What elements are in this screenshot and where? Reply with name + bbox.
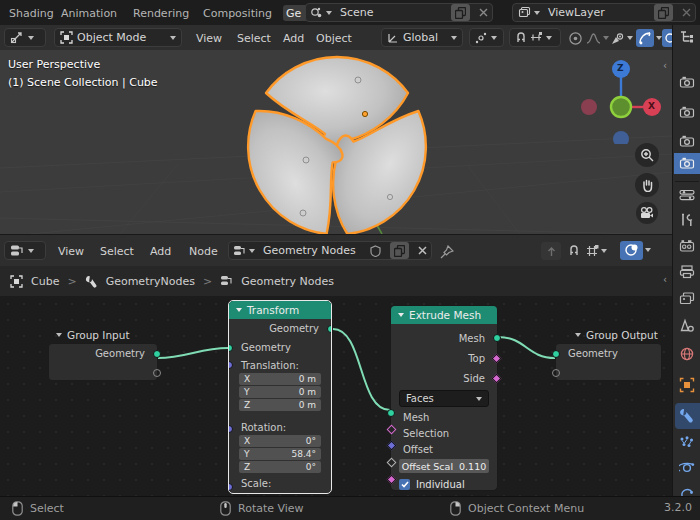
node-header[interactable]: Transform: [229, 301, 331, 319]
copy-icon: [394, 245, 405, 257]
orientation-dropdown[interactable]: Global: [381, 28, 463, 47]
axis-x-label: X: [648, 101, 655, 111]
node-overlays-toggle[interactable]: [618, 241, 653, 259]
menu-add[interactable]: Add: [279, 29, 308, 47]
tab-viewlayer-icon[interactable]: [679, 291, 695, 307]
overlays-icon: [624, 243, 639, 257]
editor-type-button[interactable]: [4, 28, 46, 47]
rotation-x-field[interactable]: X0°: [239, 435, 321, 447]
sidebar-collapse-arrow[interactable]: ‹: [663, 60, 667, 71]
tab-object-icon[interactable]: [679, 377, 695, 393]
socket-virtual[interactable]: [552, 369, 560, 377]
new-viewlayer-button[interactable]: [654, 4, 673, 21]
menu-add[interactable]: Add: [146, 242, 175, 260]
socket-geometry-in[interactable]: [552, 350, 560, 358]
menu-object[interactable]: Object: [312, 29, 356, 47]
node-snap-target-dropdown[interactable]: [584, 242, 609, 260]
render-visibility-camera-icon[interactable]: [679, 133, 695, 149]
chevron-down-icon[interactable]: [546, 36, 552, 40]
new-tree-button[interactable]: [390, 242, 409, 259]
render-visibility-camera-icon[interactable]: [679, 155, 695, 171]
tab-physics-icon[interactable]: [679, 460, 695, 476]
menu-select[interactable]: Select: [96, 242, 138, 260]
pivot-icon: [475, 32, 487, 44]
socket-geometry-out[interactable]: [153, 350, 161, 358]
chevron-down-icon: [476, 397, 482, 401]
scene-selector[interactable]: Scene: [305, 3, 493, 22]
tab-scene-icon[interactable]: [679, 318, 695, 334]
pin-button[interactable]: [440, 245, 454, 259]
socket-geometry-out[interactable]: [327, 325, 332, 333]
show-gizmo-toggle[interactable]: [634, 29, 664, 47]
snap-target-icon[interactable]: [530, 32, 543, 43]
workspace-tab-rendering[interactable]: Rendering: [130, 5, 192, 21]
mode-dropdown[interactable]: Object Mode: [54, 28, 182, 47]
panel-divider: [675, 181, 699, 182]
menu-view[interactable]: View: [192, 29, 226, 47]
tab-particles-icon[interactable]: [679, 435, 695, 451]
remove-viewlayer-button[interactable]: [678, 4, 695, 21]
workspace-tab-animation[interactable]: Animation: [58, 5, 120, 21]
extrude-mode-dropdown[interactable]: Faces: [399, 390, 489, 407]
breadcrumb-tree[interactable]: Geometry Nodes: [241, 275, 334, 288]
visibility-dropdown[interactable]: [608, 29, 635, 47]
tab-tool-icon[interactable]: [679, 213, 695, 229]
render-visibility-camera-icon[interactable]: [679, 74, 695, 90]
render-visibility-camera-icon[interactable]: [679, 104, 695, 120]
go-to-parent-button[interactable]: [541, 242, 561, 260]
pivot-dropdown[interactable]: [469, 28, 504, 47]
viewlayer-name: ViewLayer: [548, 6, 649, 19]
socket-mesh-out[interactable]: [493, 334, 501, 342]
properties-editor-icon[interactable]: [679, 187, 695, 203]
workspace-tab-shading[interactable]: Shading: [6, 5, 57, 21]
tab-output-icon[interactable]: [679, 264, 695, 280]
node-tree-selector[interactable]: Geometry Nodes: [228, 241, 432, 260]
tab-render-icon[interactable]: [679, 238, 695, 254]
camera-view-button[interactable]: [636, 202, 658, 224]
rotation-z-field[interactable]: Z0°: [239, 461, 321, 473]
output-geometry-label: Geometry: [229, 319, 331, 338]
zoom-button[interactable]: [635, 143, 659, 167]
node-header[interactable]: Extrude Mesh: [391, 306, 497, 324]
menu-view[interactable]: View: [54, 242, 88, 260]
menu-select[interactable]: Select: [233, 29, 275, 47]
translation-y-field[interactable]: Y0 m: [239, 386, 321, 398]
tab-world-icon[interactable]: [679, 346, 695, 362]
pan-button[interactable]: [635, 173, 659, 197]
tab-modifiers-icon[interactable]: [679, 408, 695, 424]
proportional-edit-toggle[interactable]: [566, 29, 585, 47]
breadcrumb-modifier[interactable]: GeometryNodes: [106, 275, 195, 288]
individual-checkbox[interactable]: [399, 479, 410, 490]
node-extrude-mesh[interactable]: Extrude Mesh Mesh Top Side Faces Mesh Se…: [390, 305, 498, 491]
node-wires: [0, 296, 672, 496]
snap-group: [509, 28, 561, 47]
viewport-3d[interactable]: User Perspective (1) Scene Collection | …: [0, 50, 672, 234]
sidebar-collapse-arrow[interactable]: ‹: [663, 274, 667, 285]
socket-virtual[interactable]: [153, 369, 161, 377]
offset-scale-slider[interactable]: Offset Scal0.110: [399, 459, 489, 473]
chevron-down-icon: [451, 36, 457, 40]
new-scene-button[interactable]: [451, 4, 470, 21]
editor-type-button[interactable]: [4, 241, 46, 260]
rotation-y-field[interactable]: Y58.4°: [239, 448, 321, 460]
unlink-scene-button[interactable]: [475, 4, 492, 21]
outliner-icon[interactable]: [679, 29, 695, 45]
workspace-tab-compositing[interactable]: Compositing: [200, 5, 275, 21]
chevron-down-icon: [28, 36, 34, 40]
navigation-gizmo[interactable]: Z X: [580, 58, 666, 144]
viewlayer-selector[interactable]: ViewLayer: [512, 3, 696, 22]
socket-mesh-in[interactable]: [387, 409, 395, 417]
menu-node[interactable]: Node: [185, 242, 222, 260]
fake-user-button[interactable]: [366, 242, 385, 259]
node-transform[interactable]: Transform Geometry Geometry Translation:…: [228, 300, 332, 494]
falloff-dropdown[interactable]: [584, 29, 611, 47]
unlink-tree-button[interactable]: [414, 242, 431, 259]
translation-x-field[interactable]: X0 m: [239, 373, 321, 385]
blender-window: Shading Animation Rendering Compositing …: [0, 0, 700, 520]
node-snap-toggle[interactable]: [566, 242, 582, 260]
translation-z-field[interactable]: Z0 m: [239, 399, 321, 411]
breadcrumb-object[interactable]: Cube: [31, 275, 59, 288]
falloff-curve-icon: [586, 32, 601, 45]
node-canvas[interactable]: Group Input Geometry Transform Geometry …: [0, 296, 672, 496]
magnet-icon[interactable]: [515, 32, 527, 44]
